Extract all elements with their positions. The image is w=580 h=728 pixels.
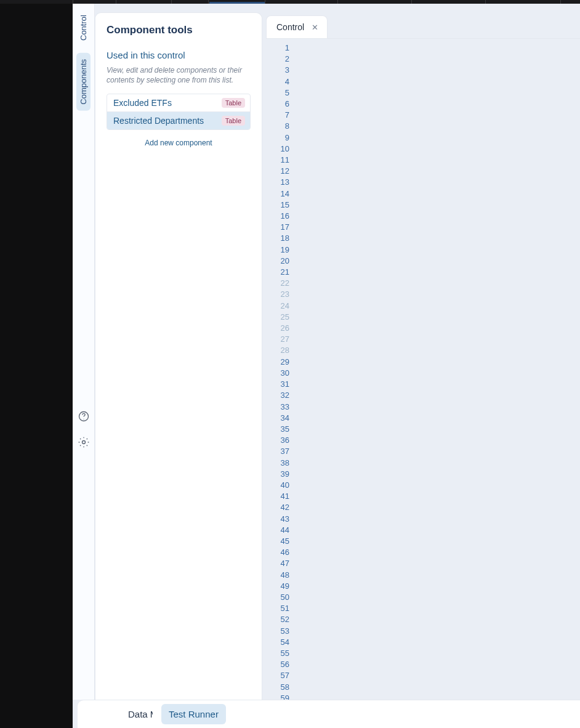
line-number: 4 — [266, 76, 289, 87]
line-number: 56 — [266, 659, 289, 670]
line-number: 11 — [266, 155, 289, 166]
line-number: 14 — [266, 188, 289, 200]
line-number: 7 — [266, 110, 289, 121]
type-badge: Table — [222, 98, 245, 108]
line-number: 52 — [266, 614, 289, 625]
line-number: 44 — [266, 525, 289, 536]
line-number: 51 — [266, 603, 289, 614]
line-number: 30 — [266, 368, 289, 379]
line-number: 53 — [266, 626, 289, 637]
line-number: 50 — [266, 592, 289, 603]
component-item-label: Excluded ETFs — [113, 98, 172, 108]
line-number: 59 — [266, 693, 289, 700]
editor-column: Control ✕ 123456789101112131415161718192… — [266, 12, 580, 700]
line-number: 43 — [266, 514, 289, 525]
left-dark-margin — [0, 0, 73, 728]
component-item-excluded-etfs[interactable]: Excluded ETFs Table — [107, 94, 250, 112]
editor-tab-label: Control — [276, 22, 304, 32]
component-item-restricted-departments[interactable]: Restricted Departments Table — [107, 112, 250, 129]
component-item-label: Restricted Departments — [113, 116, 204, 126]
line-number: 41 — [266, 491, 289, 502]
line-number: 25 — [266, 312, 289, 323]
type-badge: Table — [222, 116, 245, 126]
line-number: 42 — [266, 502, 289, 513]
topbar-ticks — [73, 0, 580, 4]
line-number: 1 — [266, 42, 289, 54]
line-number: 34 — [266, 413, 289, 424]
line-number: 3 — [266, 65, 289, 76]
bottom-bar: Data M Test Runner — [78, 700, 580, 728]
close-icon[interactable]: ✕ — [312, 23, 318, 31]
line-number: 18 — [266, 233, 289, 244]
bottom-tab-data-m[interactable]: Data M — [121, 704, 153, 724]
editor-tab-strip: Control ✕ — [266, 12, 580, 38]
app-area: Control Components Component tools Used … — [73, 0, 580, 728]
component-tools-panel: Component tools Used in this control Vie… — [95, 12, 262, 700]
line-number: 9 — [266, 132, 289, 144]
line-number: 55 — [266, 648, 289, 659]
component-list: Excluded ETFs Table Restricted Departmen… — [107, 94, 251, 130]
side-tab-control[interactable]: Control — [79, 12, 88, 44]
line-number: 40 — [266, 480, 289, 491]
svg-point-1 — [83, 419, 84, 419]
line-number: 36 — [266, 435, 289, 446]
line-number: 37 — [266, 446, 289, 457]
line-number: 33 — [266, 402, 289, 413]
add-new-component-link[interactable]: Add new component — [107, 139, 251, 147]
line-number: 19 — [266, 245, 289, 256]
line-number: 5 — [266, 87, 289, 99]
line-number: 49 — [266, 581, 289, 592]
editor-tab-control[interactable]: Control ✕ — [266, 15, 328, 38]
line-number: 16 — [266, 211, 289, 222]
line-number: 24 — [266, 301, 289, 312]
line-number: 48 — [266, 570, 289, 581]
side-tabs: Control Components — [73, 4, 95, 700]
top-dark-bar — [73, 0, 580, 4]
side-icons — [73, 410, 94, 451]
line-number: 12 — [266, 166, 289, 177]
line-number: 58 — [266, 682, 289, 693]
line-number: 57 — [266, 670, 289, 681]
bottom-tab-test-runner[interactable]: Test Runner — [161, 704, 226, 724]
line-number: 46 — [266, 547, 289, 558]
line-number: 23 — [266, 289, 289, 300]
topbar-active-indicator — [209, 2, 265, 4]
line-number: 13 — [266, 177, 289, 188]
line-number: 21 — [266, 267, 289, 278]
line-number: 28 — [266, 345, 289, 356]
line-number: 22 — [266, 278, 289, 289]
line-number: 47 — [266, 558, 289, 569]
line-number: 6 — [266, 99, 289, 110]
main-row: Control Components Component tools Used … — [73, 4, 580, 700]
panel-title: Component tools — [107, 24, 251, 36]
line-number: 10 — [266, 144, 289, 155]
line-number: 27 — [266, 334, 289, 345]
panel-subtitle: Used in this control — [107, 50, 251, 60]
line-number: 45 — [266, 536, 289, 547]
line-number: 39 — [266, 469, 289, 480]
line-number: 20 — [266, 256, 289, 267]
line-number: 29 — [266, 357, 289, 368]
line-number: 38 — [266, 458, 289, 469]
line-number: 54 — [266, 637, 289, 648]
line-number: 17 — [266, 222, 289, 233]
code-area[interactable] — [293, 39, 580, 700]
line-number-gutter: 1234567891011121314151617181920212223242… — [266, 39, 293, 700]
line-number: 35 — [266, 424, 289, 435]
line-number: 2 — [266, 54, 289, 65]
line-number: 32 — [266, 390, 289, 401]
side-tab-components[interactable]: Components — [76, 53, 91, 111]
line-number: 8 — [266, 121, 289, 132]
help-icon[interactable] — [78, 410, 90, 425]
line-number: 26 — [266, 323, 289, 334]
svg-point-2 — [82, 441, 85, 444]
editor-body[interactable]: 1234567891011121314151617181920212223242… — [266, 38, 580, 700]
line-number: 15 — [266, 200, 289, 211]
panel-description: View, edit and delete components or thei… — [107, 65, 251, 85]
line-number: 31 — [266, 379, 289, 390]
gear-icon[interactable] — [78, 436, 90, 451]
